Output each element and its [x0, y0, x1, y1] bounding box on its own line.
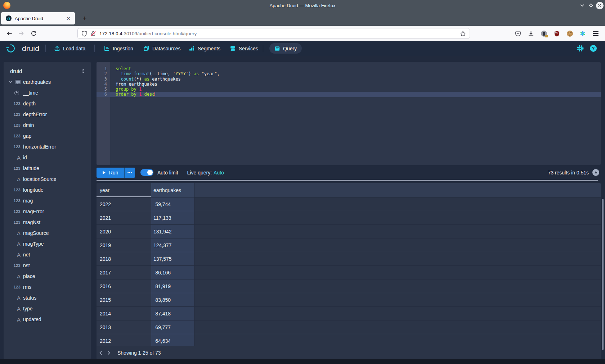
sidebar-column-__time[interactable]: __time [4, 87, 91, 98]
cell-earthquakes[interactable]: 124,377 [151, 238, 194, 252]
cell-year[interactable]: 2019 [97, 238, 151, 252]
sidebar-column-magType[interactable]: magType [4, 238, 91, 249]
double-caret-sort-icon[interactable] [81, 68, 86, 74]
sidebar-column-locationSource[interactable]: locationSource [4, 174, 91, 185]
column-header-earthquakes[interactable]: earthquakes [151, 183, 194, 197]
auto-limit-toggle[interactable] [140, 169, 153, 176]
table-row[interactable]: 201681,919 [97, 279, 601, 293]
table-row[interactable]: 2020131,942 [97, 225, 601, 238]
window-minimize-button[interactable] [578, 1, 586, 9]
forward-button[interactable] [17, 29, 26, 38]
table-row[interactable]: 2019124,377 [97, 238, 601, 252]
cell-earthquakes[interactable]: 69,777 [151, 320, 194, 334]
settings-gear-button[interactable] [577, 45, 584, 52]
table-row[interactable]: 2018137,575 [97, 252, 601, 266]
menu-button[interactable] [592, 30, 599, 37]
sidebar-column-rms[interactable]: rms [4, 282, 91, 292]
table-row[interactable]: 202259,744 [97, 197, 601, 211]
cell-earthquakes[interactable]: 137,575 [151, 252, 194, 266]
tracking-shield-icon[interactable] [81, 31, 87, 37]
help-button[interactable]: ? [590, 45, 597, 52]
cookie-extension-icon[interactable] [566, 30, 573, 37]
cell-earthquakes[interactable]: 117,133 [151, 211, 194, 225]
sidebar-column-magSource[interactable]: magSource [4, 228, 91, 238]
ublock-origin-icon[interactable]: UO [553, 30, 560, 37]
druid-brand[interactable]: druid [6, 41, 39, 56]
cell-year[interactable]: 2015 [97, 293, 151, 307]
cell-year[interactable]: 2016 [97, 279, 151, 293]
sidebar-column-nst[interactable]: nst [4, 260, 91, 271]
editor-results-splitter[interactable] [97, 180, 598, 181]
table-row[interactable]: 201487,418 [97, 307, 601, 320]
cell-earthquakes[interactable]: 59,744 [151, 197, 194, 211]
new-tab-button[interactable]: + [80, 14, 89, 23]
run-button[interactable]: Run [97, 168, 124, 178]
sidebar-column-magNst[interactable]: magNst [4, 217, 91, 228]
nav-item-services[interactable]: Services [230, 41, 258, 56]
column-header-year[interactable]: year [97, 183, 151, 197]
sidebar-column-magError[interactable]: magError [4, 206, 91, 217]
cell-year[interactable]: 2022 [97, 197, 151, 211]
reload-button[interactable] [29, 29, 38, 38]
window-close-button[interactable] [596, 1, 604, 9]
sidebar-column-net[interactable]: net [4, 249, 91, 260]
url-bar[interactable]: 172.18.0.4:30109/unified-console.html#qu… [77, 28, 470, 39]
sidebar-column-depth[interactable]: depth [4, 98, 91, 109]
pocket-icon[interactable] [514, 30, 521, 37]
table-row[interactable]: 2021117,133 [97, 211, 601, 225]
back-button[interactable] [4, 29, 14, 38]
code-line-active[interactable]: 6 order by 1 desc [97, 92, 601, 97]
table-row[interactable]: 201369,777 [97, 320, 601, 334]
cell-earthquakes[interactable]: 81,919 [151, 279, 194, 293]
nav-item-segments[interactable]: Segments [189, 41, 220, 56]
run-more-button[interactable]: ••• [124, 168, 135, 178]
table-row[interactable]: 201264,634 [97, 334, 601, 346]
sql-editor[interactable]: 1 select 2 time_format(__time, 'YYYY') a… [97, 62, 601, 165]
nav-item-load-data[interactable]: Load data [54, 41, 85, 56]
sidebar-column-depthError[interactable]: depthError [4, 109, 91, 120]
window-maximize-button[interactable] [587, 1, 595, 9]
sidebar-column-updated[interactable]: updated [4, 314, 91, 325]
code-line[interactable]: 2 time_format(__time, 'YYYY') as "year", [97, 71, 601, 76]
table-row[interactable]: 201583,850 [97, 293, 601, 307]
sidebar-column-horizontalError[interactable]: horizontalError [4, 141, 91, 152]
tab-close-button[interactable]: × [66, 15, 72, 21]
cell-earthquakes[interactable]: 87,418 [151, 307, 194, 320]
sidebar-column-latitude[interactable]: latitude [4, 163, 91, 174]
pagination-prev-button[interactable] [97, 349, 104, 357]
cell-earthquakes[interactable]: 64,634 [151, 334, 194, 346]
insecure-lock-icon[interactable] [90, 31, 96, 37]
asterisk-extension-icon[interactable] [579, 30, 586, 37]
downloads-icon[interactable] [527, 30, 534, 37]
bookmark-star-icon[interactable] [460, 31, 466, 37]
tree-item-earthquakes[interactable]: earthquakes [4, 77, 91, 87]
cell-year[interactable]: 2021 [97, 211, 151, 225]
sidebar-column-type[interactable]: type [4, 303, 91, 314]
sidebar-column-place[interactable]: place [4, 271, 91, 282]
cell-earthquakes[interactable]: 131,942 [151, 225, 194, 238]
sidebar-column-dmin[interactable]: dmin [4, 120, 91, 131]
code-line[interactable]: 1 select [97, 66, 601, 71]
cell-year[interactable]: 2013 [97, 320, 151, 334]
cell-earthquakes[interactable]: 86,166 [151, 266, 194, 279]
cell-year[interactable]: 2020 [97, 225, 151, 238]
sidebar-column-gap[interactable]: gap [4, 131, 91, 141]
code-line[interactable]: 4 from earthquakes [97, 82, 601, 87]
cell-earthquakes[interactable]: 83,850 [151, 293, 194, 307]
cell-year[interactable]: 2018 [97, 252, 151, 266]
table-row[interactable]: 201786,166 [97, 266, 601, 279]
extension-privacy-icon[interactable] [540, 30, 547, 37]
live-query-value[interactable]: Auto [214, 170, 224, 176]
browser-tab[interactable]: Apache Druid × [1, 12, 75, 24]
sidebar-column-longitude[interactable]: longitude [4, 185, 91, 195]
sidebar-column-id[interactable]: id [4, 152, 91, 163]
nav-item-query[interactable]: Query [269, 43, 302, 54]
nav-item-datasources[interactable]: Datasources [143, 41, 181, 56]
cell-year[interactable]: 2014 [97, 307, 151, 320]
pagination-next-button[interactable] [105, 349, 112, 357]
cell-year[interactable]: 2017 [97, 266, 151, 279]
sidebar-column-status[interactable]: status [4, 292, 91, 303]
download-results-button[interactable] [592, 169, 599, 176]
vertical-scrollbar[interactable] [602, 199, 604, 350]
code-line[interactable]: 3 count(*) as earthquakes [97, 77, 601, 82]
